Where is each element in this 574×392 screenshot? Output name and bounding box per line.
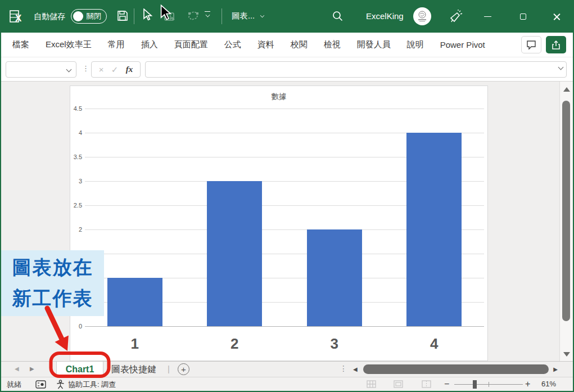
ribbon-tab-data[interactable]: 資料 (257, 39, 274, 50)
search-button[interactable] (332, 10, 344, 24)
annotation-line1: 圖表放在 (1, 252, 104, 283)
chart-sheet-area: 數據 00.511.522.533.544.5 1234 (0, 82, 574, 361)
close-icon (553, 12, 561, 21)
toolbar-divider (222, 8, 222, 24)
screenshot-tool-button[interactable] (164, 10, 176, 25)
horizontal-scroll-thumb[interactable] (363, 364, 549, 374)
formula-bar-row: ⋮ × ✓ fx (0, 57, 574, 82)
scroll-up-icon[interactable] (563, 87, 570, 92)
tab-scroll-splitter-handle[interactable]: ⋮ (340, 364, 347, 373)
document-title-label: 圖表... (232, 11, 255, 21)
minimize-button[interactable] (475, 8, 500, 25)
name-box-chevron-icon[interactable] (66, 67, 72, 73)
ribbon-tab-home[interactable]: 常用 (108, 39, 125, 50)
chart-plot-area (85, 109, 484, 326)
accessibility-checker-button[interactable] (56, 380, 65, 391)
vertical-scrollbar[interactable] (559, 82, 573, 361)
quick-access-more-button[interactable] (205, 11, 210, 17)
scroll-down-icon[interactable] (563, 352, 570, 357)
comment-icon (526, 40, 536, 50)
formula-bar-resize-handle[interactable]: ⋮ (82, 64, 89, 73)
chart-bar-3[interactable] (307, 229, 362, 326)
maximize-button[interactable] (510, 8, 535, 25)
save-button[interactable] (116, 9, 129, 25)
chart-bar-4[interactable] (406, 133, 462, 326)
comments-button[interactable] (521, 36, 541, 53)
macro-record-button[interactable] (35, 380, 46, 390)
x-category-label: 4 (412, 335, 457, 353)
enter-check-icon[interactable]: ✓ (111, 65, 119, 75)
y-tick-label: 2.5 (70, 202, 82, 209)
scroll-right-icon[interactable]: ▶ (553, 366, 558, 372)
maximize-icon (520, 13, 526, 20)
ribbon-tab-developer[interactable]: 開發人員 (357, 39, 391, 50)
excel-window: X 自動儲存 關閉 (0, 0, 574, 392)
formula-button-group: × ✓ fx (91, 61, 141, 78)
view-page-break-button[interactable] (422, 380, 431, 390)
close-button[interactable] (544, 8, 569, 25)
chart-title[interactable]: 數據 (70, 92, 487, 102)
formula-input[interactable] (150, 64, 544, 75)
x-category-label: 1 (112, 335, 157, 353)
y-tick-label: 3 (70, 178, 82, 184)
account-name-label[interactable]: ExcelKing (366, 11, 404, 21)
cancel-icon[interactable]: × (99, 65, 104, 74)
add-sheet-button[interactable]: + (178, 363, 189, 375)
ribbon-tab-page-layout[interactable]: 頁面配置 (174, 39, 208, 50)
sheet-nav-right-icon[interactable]: ▶ (30, 366, 34, 372)
caret-down-icon (260, 13, 264, 17)
page-break-view-icon (422, 380, 431, 388)
normal-view-icon (367, 380, 376, 388)
account-avatar[interactable] (413, 7, 431, 25)
macro-record-icon (35, 380, 46, 389)
scroll-left-icon[interactable]: ◀ (353, 366, 358, 372)
ribbon-tab-review[interactable]: 校閱 (291, 39, 308, 50)
save-icon (116, 9, 129, 22)
zoom-level-label[interactable]: 61% (541, 380, 556, 388)
ribbon-tab-insert[interactable]: 插入 (141, 39, 158, 50)
vertical-scroll-thumb[interactable] (562, 101, 570, 321)
view-page-layout-button[interactable] (394, 380, 403, 390)
avatar-logo (415, 10, 429, 23)
ribbon-tab-file[interactable]: 檔案 (12, 39, 29, 50)
minimize-icon (484, 16, 491, 17)
chart-canvas[interactable]: 數據 00.511.522.533.544.5 1234 (70, 85, 488, 361)
sheet-nav-left-icon[interactable]: ◀ (15, 366, 19, 372)
ribbon-tab-excel-efficiency[interactable]: Excel效率王 (46, 39, 92, 50)
y-tick-label: 2 (70, 226, 82, 233)
zoom-in-button[interactable]: + (525, 379, 530, 389)
view-normal-button[interactable] (367, 380, 376, 390)
ribbon-tab-formulas[interactable]: 公式 (224, 39, 241, 50)
formula-bar[interactable] (145, 61, 567, 78)
ribbon-tab-power-pivot[interactable]: Power Pivot (440, 40, 485, 49)
share-button[interactable] (546, 36, 566, 53)
chart-bar-1[interactable] (107, 278, 162, 326)
window-left-border (0, 33, 1, 391)
ribbon-tab-view[interactable]: 檢視 (324, 39, 341, 50)
document-title-dropdown[interactable]: 圖表... (232, 11, 264, 21)
name-box-input[interactable] (10, 64, 63, 75)
sheet-tab-chart1[interactable]: Chart1 (56, 362, 103, 377)
sheet-tab-chart-shortcuts[interactable]: 圖表快捷鍵 (103, 362, 164, 377)
share-icon (551, 40, 561, 50)
autosave-state-label: 關閉 (87, 11, 101, 21)
megaphone-icon (448, 9, 463, 24)
whats-new-button[interactable] (448, 9, 463, 26)
excel-logo-icon: X (9, 8, 26, 27)
ribbon-tab-help[interactable]: 說明 (407, 39, 424, 50)
name-box[interactable] (6, 61, 76, 78)
select-objects-button[interactable] (141, 8, 153, 24)
lasso-select-button[interactable] (187, 10, 200, 25)
horizontal-scrollbar[interactable]: ◀ ▶ (349, 362, 561, 377)
plus-icon: + (181, 364, 186, 374)
insert-function-button[interactable]: fx (126, 65, 133, 74)
zoom-out-button[interactable]: − (444, 379, 449, 389)
chart-bar-2[interactable] (207, 181, 262, 326)
sheet-tab-label: 圖表快捷鍵 (111, 364, 156, 376)
autosave-label: 自動儲存 (34, 12, 65, 22)
autosave-toggle[interactable]: 關閉 (71, 9, 107, 24)
toolbar-divider (134, 8, 134, 24)
accessibility-person-icon (56, 380, 65, 389)
accessibility-status-label[interactable]: 協助工具: 調查 (68, 380, 116, 390)
zoom-slider-thumb[interactable] (473, 380, 477, 389)
